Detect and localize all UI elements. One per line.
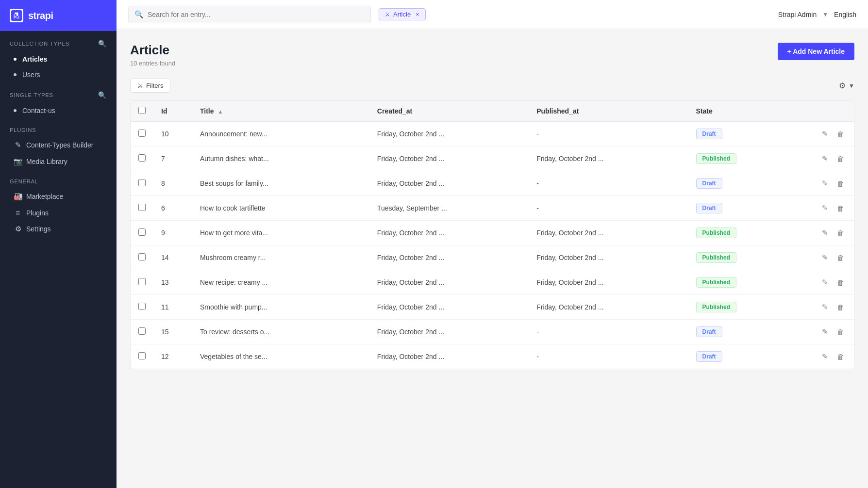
sidebar-item-content-types-builder[interactable]: ✎ Content-Types Builder — [0, 137, 117, 153]
edit-button[interactable]: ✎ — [820, 326, 830, 337]
language-label: English — [834, 11, 856, 18]
title-column-header[interactable]: Title ▲ — [192, 101, 369, 122]
edit-button[interactable]: ✎ — [820, 153, 830, 164]
row-actions: ✎ 🗑 — [820, 351, 846, 362]
edit-button[interactable]: ✎ — [820, 277, 830, 288]
delete-button[interactable]: 🗑 — [835, 179, 846, 189]
delete-button[interactable]: 🗑 — [835, 327, 846, 337]
bullet-icon — [14, 109, 17, 112]
delete-button[interactable]: 🗑 — [835, 253, 846, 263]
table-row: 14 Mushroom creamy r... Friday, October … — [131, 245, 854, 270]
single-types-search-icon[interactable]: 🔍 — [98, 91, 107, 99]
sidebar-item-media-library[interactable]: 📷 Media Library — [0, 153, 117, 170]
edit-button[interactable]: ✎ — [820, 302, 830, 312]
row-created-at: Friday, October 2nd ... — [369, 245, 529, 270]
row-published-at: - — [529, 344, 688, 369]
edit-button[interactable]: ✎ — [820, 203, 830, 213]
created-at-column-header[interactable]: Created_at — [369, 101, 529, 122]
page-title: Article — [130, 43, 175, 58]
id-column-header[interactable]: Id — [153, 101, 192, 122]
content-types-builder-icon: ✎ — [14, 141, 22, 149]
row-id: 10 — [153, 122, 192, 146]
row-checkbox[interactable] — [138, 154, 146, 162]
single-types-section: Single Types 🔍 — [0, 82, 117, 103]
sidebar-item-plugins[interactable]: ≡ Plugins — [0, 205, 117, 221]
filter-close-icon[interactable]: × — [416, 11, 419, 18]
sidebar-item-users[interactable]: Users — [0, 67, 117, 82]
delete-button[interactable]: 🗑 — [835, 129, 846, 139]
strapi-logo-icon — [10, 9, 23, 22]
table-settings[interactable]: ⚙ ▼ — [839, 81, 854, 90]
delete-button[interactable]: 🗑 — [835, 228, 846, 238]
row-checkbox[interactable] — [138, 352, 146, 359]
row-actions-cell: ✎ 🗑 — [812, 245, 854, 270]
row-actions-cell: ✎ 🗑 — [812, 221, 854, 245]
row-checkbox[interactable] — [138, 303, 146, 310]
table-row: 11 Smoothie with pump... Friday, October… — [131, 295, 854, 320]
published-at-column-header[interactable]: Published_at — [529, 101, 688, 122]
state-badge: Draft — [696, 129, 722, 139]
delete-button[interactable]: 🗑 — [835, 302, 846, 312]
plugins-icon: ≡ — [14, 209, 22, 217]
sort-ascending-icon: ▲ — [217, 109, 223, 114]
edit-button[interactable]: ✎ — [820, 178, 830, 189]
table-header-row: Id Title ▲ Created_at Published_at — [131, 101, 854, 122]
table-wrapper: Id Title ▲ Created_at Published_at — [130, 100, 854, 369]
edit-button[interactable]: ✎ — [820, 252, 830, 263]
admin-chevron-down-icon[interactable]: ▼ — [822, 11, 828, 18]
state-badge: Published — [696, 153, 736, 164]
table-row: 7 Autumn dishes: what... Friday, October… — [131, 146, 854, 171]
row-actions-cell: ✎ 🗑 — [812, 196, 854, 221]
row-checkbox[interactable] — [138, 179, 146, 186]
row-created-at: Friday, October 2nd ... — [369, 221, 529, 245]
row-checkbox[interactable] — [138, 278, 146, 285]
plugins-section: Plugins — [0, 118, 117, 137]
row-state: Published — [688, 146, 812, 171]
sidebar-item-contact-us[interactable]: Contact-us — [0, 103, 117, 118]
settings-icon: ⚙ — [14, 225, 22, 233]
state-badge: Draft — [696, 203, 722, 213]
row-actions-cell: ✎ 🗑 — [812, 295, 854, 320]
row-checkbox[interactable] — [138, 204, 146, 211]
state-column-header[interactable]: State — [688, 101, 812, 122]
row-actions-cell: ✎ 🗑 — [812, 270, 854, 295]
row-published-at: Friday, October 2nd ... — [529, 245, 688, 270]
state-badge: Draft — [696, 178, 722, 189]
row-title: Best soups for family... — [192, 171, 369, 196]
edit-button[interactable]: ✎ — [820, 228, 830, 238]
row-checkbox[interactable] — [138, 327, 146, 335]
sidebar-logo[interactable]: strapi — [0, 0, 117, 31]
sidebar-item-settings[interactable]: ⚙ Settings — [0, 221, 117, 237]
bullet-icon — [14, 73, 17, 76]
row-published-at: Friday, October 2nd ... — [529, 221, 688, 245]
row-checkbox[interactable] — [138, 130, 146, 137]
row-state: Published — [688, 270, 812, 295]
collection-types-search-icon[interactable]: 🔍 — [98, 40, 107, 48]
row-checkbox-cell — [131, 320, 153, 344]
delete-button[interactable]: 🗑 — [835, 277, 846, 288]
sidebar-item-articles[interactable]: Articles — [0, 51, 117, 67]
row-checkbox[interactable] — [138, 228, 146, 236]
row-id: 6 — [153, 196, 192, 221]
search-input[interactable] — [148, 11, 365, 18]
delete-button[interactable]: 🗑 — [835, 203, 846, 213]
row-checkbox[interactable] — [138, 253, 146, 260]
row-actions-cell: ✎ 🗑 — [812, 320, 854, 344]
row-id: 8 — [153, 171, 192, 196]
row-id: 9 — [153, 221, 192, 245]
row-title: How to get more vita... — [192, 221, 369, 245]
select-all-checkbox[interactable] — [138, 107, 146, 114]
edit-button[interactable]: ✎ — [820, 129, 830, 139]
row-created-at: Friday, October 2nd ... — [369, 122, 529, 146]
delete-button[interactable]: 🗑 — [835, 154, 846, 164]
filter-badge[interactable]: ⚔ Article × — [379, 8, 426, 20]
edit-button[interactable]: ✎ — [820, 351, 830, 362]
row-title: Vegetables of the se... — [192, 344, 369, 369]
filters-button[interactable]: ⚔ Filters — [130, 79, 170, 93]
delete-button[interactable]: 🗑 — [835, 352, 846, 362]
sidebar-item-marketplace[interactable]: 🏭 Marketplace — [0, 188, 117, 205]
row-state: Published — [688, 295, 812, 320]
logo-text: strapi — [28, 10, 53, 21]
sidebar: strapi Collection Types 🔍 Articles Users… — [0, 0, 117, 488]
add-new-article-button[interactable]: + Add New Article — [778, 43, 854, 60]
